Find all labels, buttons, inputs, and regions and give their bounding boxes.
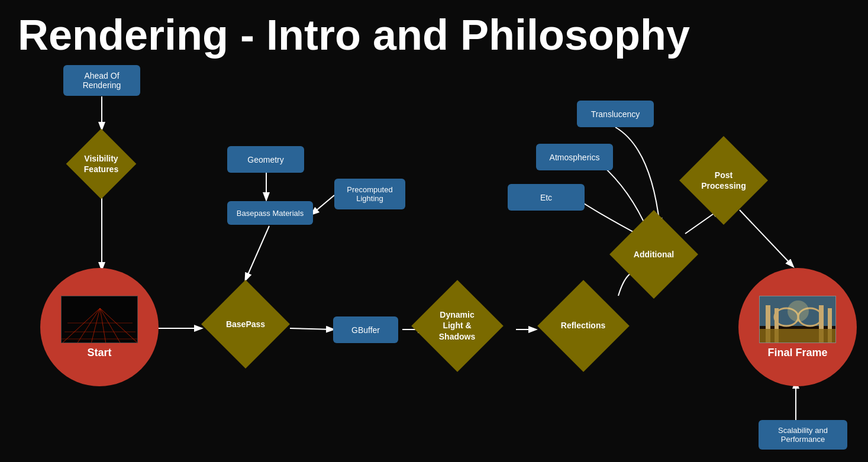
final-frame-circle: Final Frame bbox=[738, 268, 857, 386]
scalability-label: Scalability and Performance bbox=[778, 426, 828, 444]
reflections-label: Reflections bbox=[561, 320, 605, 331]
start-circle: Start bbox=[40, 268, 159, 386]
svg-point-31 bbox=[788, 301, 809, 322]
geometry-box: Geometry bbox=[227, 146, 304, 173]
gbuffer-label: GBuffer bbox=[351, 325, 380, 335]
precomputed-lighting-box: Precomputed Lighting bbox=[334, 179, 405, 209]
visibility-features-diamond: VisibilityFeatures bbox=[66, 129, 136, 199]
geometry-label: Geometry bbox=[247, 155, 283, 164]
svg-rect-12 bbox=[62, 296, 138, 343]
etc-box: Etc bbox=[508, 184, 585, 211]
svg-rect-30 bbox=[760, 329, 836, 343]
svg-line-5 bbox=[246, 226, 269, 280]
final-frame-label: Final Frame bbox=[767, 347, 827, 359]
basepass-materials-box: Basepass Materials bbox=[227, 201, 313, 225]
additional-label: Additional bbox=[634, 249, 674, 260]
translucency-label: Translucency bbox=[591, 109, 640, 119]
basepass-label: BasePass bbox=[226, 319, 265, 329]
ahead-of-rendering-box: Ahead Of Rendering bbox=[63, 65, 140, 96]
start-label: Start bbox=[87, 347, 111, 359]
basepass-materials-label: Basepass Materials bbox=[237, 209, 304, 218]
post-processing-label: PostProcessing bbox=[701, 170, 746, 191]
dynamic-light-diamond: DynamicLight &Shadows bbox=[411, 280, 503, 371]
post-processing-diamond: PostProcessing bbox=[679, 136, 768, 225]
start-image bbox=[61, 296, 138, 343]
ahead-of-rendering-label: Ahead Of Rendering bbox=[83, 71, 121, 90]
gbuffer-box: GBuffer bbox=[333, 316, 398, 343]
atmospherics-label: Atmospherics bbox=[550, 153, 600, 162]
atmospherics-box: Atmospherics bbox=[536, 144, 613, 170]
svg-line-4 bbox=[312, 195, 334, 214]
basepass-diamond: BasePass bbox=[201, 280, 290, 369]
visibility-features-label: VisibilityFeatures bbox=[84, 153, 118, 175]
etc-label: Etc bbox=[540, 193, 552, 202]
translucency-box: Translucency bbox=[577, 101, 654, 127]
page-title: Rendering - Intro and Philosophy bbox=[0, 0, 708, 70]
final-frame-image bbox=[759, 296, 836, 343]
svg-line-6 bbox=[290, 328, 333, 329]
precomputed-lighting-label: Precomputed Lighting bbox=[347, 185, 392, 203]
scalability-box: Scalability and Performance bbox=[759, 420, 847, 450]
dynamic-light-label: DynamicLight &Shadows bbox=[439, 309, 475, 342]
